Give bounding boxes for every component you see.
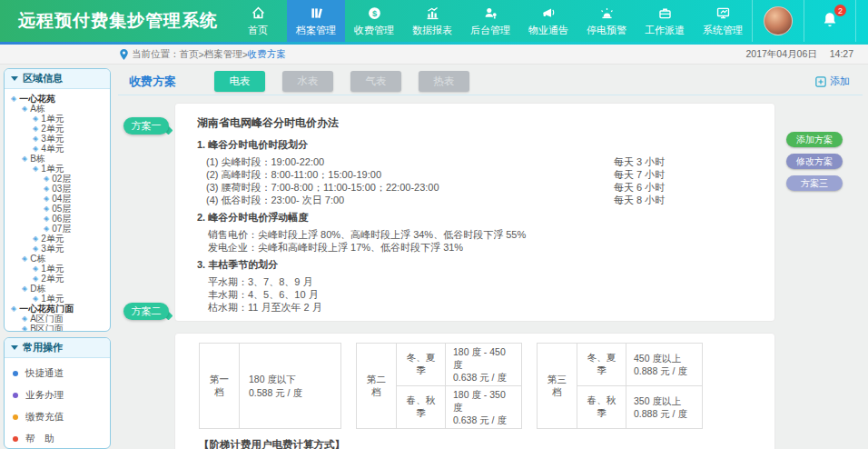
ops-item-label: 帮 助 [25, 433, 54, 445]
tree-node[interactable]: ◈ B区门面 [7, 324, 107, 332]
home-icon [251, 5, 266, 21]
diamond-node-icon: ◈ [11, 305, 16, 313]
outage-alarm-icon [599, 5, 615, 21]
tier2-range-winter: 180 度 - 450 度 [453, 345, 516, 371]
meter-tabs: 电表 水表 气表 热表 [214, 71, 469, 92]
plan1-section2-title: 2. 峰谷分时电价浮动幅度 [197, 211, 756, 224]
user-avatar[interactable] [764, 6, 793, 35]
breadcrumb-archive[interactable]: 档案管理 [204, 48, 242, 61]
bullet-dot-icon [13, 436, 18, 442]
plan1-section3-title: 3. 丰枯季节的划分 [197, 258, 756, 272]
nav-item-archive[interactable]: 档案管理 [287, 0, 345, 42]
nav-item-notices[interactable]: 物业通告 [519, 0, 577, 42]
ops-item-label: 缴费充值 [25, 411, 64, 424]
tier1-value: 180 度以下 0.588 元 / 度 [240, 344, 341, 429]
archive-icon [309, 5, 324, 21]
tree-node[interactable]: ◈ 3单元 [7, 244, 107, 254]
nav-item-outage-alert[interactable]: 停电预警 [577, 0, 636, 42]
current-date: 2017年04月06日 [746, 48, 817, 61]
diamond-node-icon: ◈ [33, 125, 38, 133]
tree-node[interactable]: ◈ 4单元 [7, 144, 107, 154]
diamond-node-icon: ◈ [33, 235, 38, 243]
period-hours: 每天 7 小时 [614, 168, 692, 181]
ops-item-label: 业务办理 [25, 389, 64, 402]
plan3-button[interactable]: 方案三 [786, 175, 843, 191]
ops-panel-header[interactable]: 常用操作 [5, 338, 110, 358]
tree-node-label: B区门面 [30, 323, 64, 333]
diamond-node-icon: ◈ [33, 265, 38, 273]
tier2-value-winter: 180 度 - 450 度 0.638 元 / 度 [446, 344, 522, 386]
plan1-periods: (1) 尖峰时段：19:00-22:00 每天 3 小时 (2) 高峰时段：8:… [197, 155, 756, 206]
logout-button[interactable] [856, 12, 868, 30]
period-hours: 每天 6 小时 [614, 181, 692, 194]
diamond-node-icon: ◈ [33, 165, 38, 173]
breadcrumb-current: 收费方案 [248, 48, 286, 61]
nav-item-dispatch[interactable]: 工作派遣 [636, 0, 694, 42]
plan-text-line: 枯水期：11 月至次年 2 月 [197, 301, 756, 314]
tier2-season-winter: 冬、夏季 [397, 344, 446, 386]
nav-item-fees[interactable]: $ 收费管理 [345, 0, 403, 42]
nav-item-backend[interactable]: 后台管理 [461, 0, 519, 42]
plus-box-icon [815, 76, 826, 87]
diamond-node-icon: ◈ [33, 115, 38, 123]
period-row: (4) 低谷时段：23:00- 次日 7:00 每天 8 小时 [197, 194, 692, 206]
tab-water-meter[interactable]: 水表 [282, 71, 333, 92]
tier3-range-winter: 450 度以上 [634, 352, 696, 364]
tier2-range-spring: 180 度 - 350 度 [453, 388, 516, 414]
tier2-value-spring: 180 度 - 350 度 0.638 元 / 度 [446, 386, 522, 429]
region-panel-header[interactable]: 区域信息 [5, 69, 110, 89]
ops-item[interactable]: 业务办理 [13, 389, 102, 402]
tab-heat-meter[interactable]: 热表 [419, 71, 469, 92]
ops-item[interactable]: 帮 助 [13, 433, 102, 445]
plan1-section2-lines: 销售电价：尖峰时段上浮 80%、高峰时段上浮 34%、低谷时段下浮 55%发电企… [197, 228, 756, 254]
nav-label: 后台管理 [470, 24, 510, 37]
nav-label: 工作派遣 [645, 24, 685, 37]
period-time: (3) 腰荷时段：7:00-8:00；11:00-15:00；22:00-23:… [206, 181, 614, 194]
breadcrumb-home[interactable]: 首页 [180, 48, 199, 61]
period-time: (2) 高峰时段：8:00-11:00；15:00-19:00 [206, 168, 614, 181]
period-row: (3) 腰荷时段：7:00-8:00；11:00-15:00；22:00-23:… [197, 181, 692, 194]
location-pin-icon [120, 49, 128, 60]
ops-item[interactable]: 缴费充值 [13, 411, 102, 424]
nav-item-home[interactable]: 首页 [229, 0, 287, 42]
diamond-node-icon: ◈ [33, 135, 38, 143]
diamond-node-icon: ◈ [22, 105, 27, 113]
plan-text-line: 平水期：3、7、8、9 月 [197, 275, 756, 288]
tier2-price-spring: 0.638 元 / 度 [453, 414, 516, 426]
tab-electric-meter[interactable]: 电表 [214, 71, 265, 92]
page-title: 收费方案 [129, 74, 176, 90]
add-button-label: 添加 [830, 75, 850, 88]
nav-label: 档案管理 [296, 24, 336, 37]
add-plan-button[interactable]: 添加方案 [786, 132, 843, 147]
nav-item-system[interactable]: 系统管理 [694, 0, 752, 42]
nav-item-reports[interactable]: 数据报表 [403, 0, 461, 42]
user-area: 2 [752, 0, 868, 42]
notifications-button[interactable]: 2 [822, 11, 838, 31]
tier2-price-winter: 0.638 元 / 度 [453, 371, 516, 384]
ops-item-label: 快捷通道 [25, 367, 64, 380]
region-info-panel: 区域信息 ◈ 一心花苑 ◈ A栋 ◈ 1单元 [4, 68, 111, 332]
region-tree: ◈ 一心花苑 ◈ A栋 ◈ 1单元 ◈ 2单元 [5, 89, 110, 332]
collapse-arrow-icon [11, 345, 18, 350]
tier1-table: 第一档 180 度以下 0.588 元 / 度 [199, 343, 341, 429]
breadcrumb-prefix: 当前位置： [132, 48, 180, 61]
diamond-node-icon: ◈ [44, 195, 49, 203]
add-button[interactable]: 添加 [815, 75, 850, 88]
tree-node[interactable]: ◈ 2单元 [7, 274, 107, 284]
tier3-season-spring: 春、秋季 [577, 386, 626, 429]
tab-gas-meter[interactable]: 气表 [350, 71, 401, 92]
tier3-price-spring: 0.888 元 / 度 [634, 407, 696, 420]
nav-label: 数据报表 [412, 24, 452, 37]
nav-label: 收费管理 [354, 24, 394, 37]
period-row: (2) 高峰时段：8:00-11:00；15:00-19:00 每天 7 小时 [197, 168, 692, 181]
brand: 远程预付费集抄管理系统 [0, 0, 229, 42]
tier3-table: 第三档 冬、夏季 450 度以上 0.888 元 / 度 春、秋季 350 度以… [537, 343, 703, 429]
plan2-badge: 方案二 [123, 303, 169, 320]
tier3-value-winter: 450 度以上 0.888 元 / 度 [626, 344, 703, 386]
edit-plan-button[interactable]: 修改方案 [786, 154, 843, 169]
main-nav: 首页 档案管理 $ 收费管理 数据报表 后台管理 物业通告 停电预警 工作派遣 [229, 0, 752, 42]
ops-item[interactable]: 快捷通道 [13, 367, 102, 380]
bullet-dot-icon [13, 393, 18, 398]
top-header: 远程预付费集抄管理系统 首页 档案管理 $ 收费管理 数据报表 后台管理 物业通… [0, 0, 868, 42]
tree-node[interactable]: ◈ 一心花苑 [7, 94, 107, 104]
